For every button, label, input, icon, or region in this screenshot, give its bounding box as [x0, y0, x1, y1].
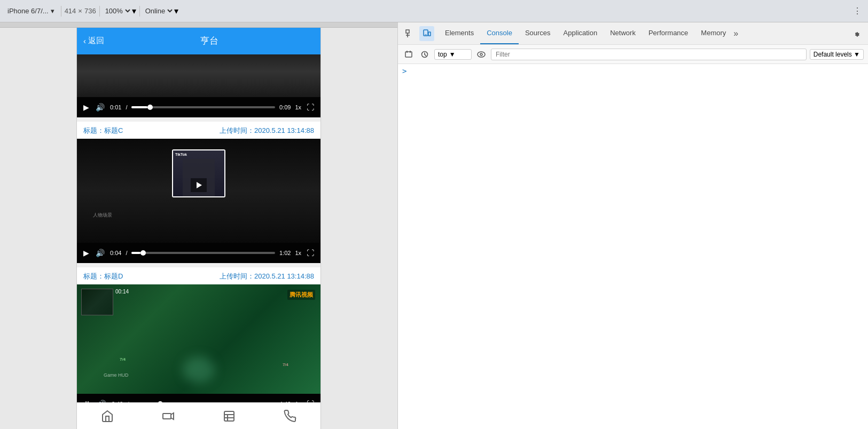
pause-button-d[interactable]: ⏸ — [82, 399, 92, 402]
game-overlay-text: 腾讯视频 — [287, 290, 315, 300]
title-value-d: 标题D — [104, 272, 123, 280]
video-item-c: 标题：标题C 上传时间：2020.5.21 13:14:88 — [77, 122, 320, 267]
context-value: top — [438, 51, 447, 58]
console-prompt: > — [402, 67, 406, 75]
tab-sources[interactable]: Sources — [519, 22, 557, 44]
top-bar: iPhone 6/7/... ▾ 414 × 736 100% ▾ Online… — [0, 0, 868, 22]
time-sep-b: / — [126, 104, 127, 110]
preserve-log-button[interactable] — [418, 48, 431, 61]
dimension-x: × — [78, 7, 82, 15]
zoom-select[interactable]: 100% — [103, 6, 132, 15]
nav-notes[interactable] — [199, 410, 260, 423]
time-sep-d: / — [127, 401, 129, 402]
nav-home[interactable] — [77, 410, 138, 423]
svg-point-18 — [478, 52, 485, 57]
eye-button[interactable] — [475, 48, 488, 61]
more-options-button[interactable]: ⋮ — [851, 4, 864, 18]
tab-elements[interactable]: Elements — [439, 22, 480, 44]
video-controls-c: ▶ 🔊 0:04 / 1:02 1x ⛶ — [77, 243, 320, 263]
video-thumbnail-d: 00:14 腾讯视频 Game HUD 7/4 7/4 — [77, 284, 320, 394]
separator-3 — [139, 6, 140, 17]
time-current-d: 0:49 — [112, 401, 123, 402]
progress-fill-c — [131, 252, 140, 254]
video-item-b: ▶ 🔊 0:01 / 0:09 1x ⛶ — [77, 54, 320, 122]
video-player-d: 00:14 腾讯视频 Game HUD 7/4 7/4 — [77, 284, 320, 402]
online-dropdown-icon: ▾ — [174, 6, 178, 16]
tab-application[interactable]: Application — [557, 22, 604, 44]
device-toolbar-button[interactable] — [419, 26, 434, 41]
video-player-b: ▶ 🔊 0:01 / 0:09 1x ⛶ — [77, 54, 320, 117]
sim-top-bar — [0, 22, 397, 28]
date-value-d: 2020.5.21 13:14:88 — [254, 272, 314, 280]
progress-dot-d — [158, 401, 163, 402]
simulator-panel: ‹ 返回 亨台 — [0, 22, 397, 429]
play-button-b[interactable]: ▶ — [82, 102, 90, 113]
separator-2 — [99, 6, 100, 17]
date-label-c: 上传时间： — [220, 126, 254, 134]
filter-input[interactable] — [491, 49, 807, 60]
time-total-b: 0:09 — [279, 104, 291, 110]
online-select[interactable]: Online — [143, 6, 174, 15]
devtools-tabs: Elements Console Sources Application Net… — [439, 22, 738, 44]
devtools-settings-button[interactable] — [849, 26, 864, 41]
svg-rect-10 — [428, 32, 431, 36]
levels-value: Default levels ▼ — [814, 51, 860, 58]
svg-marker-1 — [171, 413, 174, 419]
dimensions: 414 × 736 — [65, 7, 96, 15]
svg-rect-0 — [163, 414, 171, 419]
levels-select[interactable]: Default levels ▼ — [810, 49, 864, 60]
device-selector[interactable]: iPhone 6/7/... ▾ — [4, 6, 58, 16]
game-minimap — [81, 289, 113, 315]
tab-console[interactable]: Console — [480, 22, 519, 44]
volume-button-b[interactable]: 🔊 — [95, 102, 106, 113]
back-button[interactable]: ‹ 返回 — [83, 36, 104, 46]
back-arrow-icon: ‹ — [83, 36, 86, 45]
content-area[interactable]: ▶ 🔊 0:01 / 0:09 1x ⛶ — [77, 54, 320, 402]
time-display-b: 0:01 — [110, 104, 121, 110]
nav-video[interactable] — [138, 410, 199, 423]
tab-memory[interactable]: Memory — [694, 22, 732, 44]
mobile-frame: ‹ 返回 亨台 — [76, 28, 321, 429]
device-name: iPhone 6/7/... — [7, 7, 49, 15]
svg-rect-2 — [224, 411, 234, 421]
thumb-b-bg — [77, 54, 320, 97]
fullscreen-d[interactable]: ⛶ — [306, 399, 315, 402]
more-tabs-button[interactable]: » — [733, 29, 738, 38]
play-button-c[interactable]: ▶ — [82, 248, 90, 258]
date-label-d: 上传时间： — [220, 272, 254, 280]
thumb-d-bg: 00:14 腾讯视频 Game HUD 7/4 7/4 — [77, 284, 320, 394]
console-content: > — [398, 64, 868, 429]
volume-button-c[interactable]: 🔊 — [95, 248, 106, 258]
video-date-c: 上传时间：2020.5.21 13:14:88 — [220, 126, 314, 136]
device-dropdown-icon[interactable]: ▾ — [51, 7, 54, 15]
title-label-d: 标题： — [83, 272, 104, 280]
context-select[interactable]: top ▼ — [434, 49, 472, 60]
inspect-element-button[interactable] — [402, 26, 417, 41]
fullscreen-b[interactable]: ⛶ — [306, 102, 315, 113]
speed-d: 1x — [295, 401, 301, 402]
progress-bar-b[interactable] — [131, 106, 275, 108]
video-meta-c: 标题：标题C 上传时间：2020.5.21 13:14:88 — [77, 122, 320, 139]
tab-performance[interactable]: Performance — [642, 22, 694, 44]
progress-bar-c[interactable] — [131, 252, 275, 254]
top-bar-right: ⋮ — [851, 4, 864, 18]
devtools-toolbar: Elements Console Sources Application Net… — [398, 22, 868, 45]
context-dropdown-icon: ▼ — [449, 51, 456, 58]
back-label: 返回 — [88, 36, 104, 46]
video-item-d: 标题：标题D 上传时间：2020.5.21 13:14:88 — [77, 267, 320, 402]
volume-button-d[interactable]: 🔊 — [96, 399, 107, 402]
title-value-c: 标题C — [104, 126, 123, 134]
nav-phone[interactable] — [260, 410, 320, 423]
video-thumbnail-c: TikTok 人物场景 — [77, 139, 320, 243]
time-total-c: 1:02 — [279, 250, 291, 256]
time-sep-c: / — [126, 250, 127, 256]
video-controls-b: ▶ 🔊 0:01 / 0:09 1x ⛶ — [77, 97, 320, 117]
title-label-c: 标题： — [83, 126, 104, 134]
app-title: 亨台 — [104, 35, 314, 47]
clear-console-button[interactable] — [402, 48, 415, 61]
fullscreen-c[interactable]: ⛶ — [306, 248, 315, 258]
tab-network[interactable]: Network — [604, 22, 642, 44]
video-controls-d: ⏸ 🔊 0:49 / 4:42 1x ⛶ — [77, 394, 320, 402]
width-value: 414 — [65, 7, 76, 15]
date-value-c: 2020.5.21 13:14:88 — [254, 126, 314, 134]
